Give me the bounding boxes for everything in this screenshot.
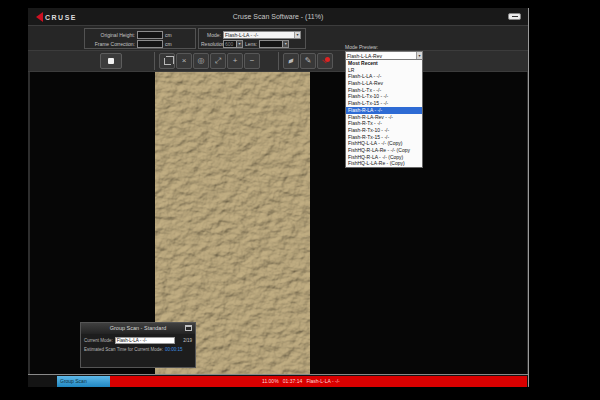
chevron-down-icon[interactable]: ▾	[416, 52, 422, 59]
chevron-down-icon[interactable]: ▾	[236, 41, 242, 47]
restore-icon[interactable]	[185, 325, 192, 331]
center-view-button[interactable]: ◎	[193, 53, 209, 69]
mode-preview-selected: Flash-L-LA-Rev	[347, 53, 382, 59]
dropdown-option[interactable]: FishHQ-R-LA-Re - -/- (Copy	[346, 147, 422, 154]
eraser-icon: ▰	[286, 53, 297, 68]
dropdown-option[interactable]: Flash-R-Tx-15 - -/-	[346, 134, 422, 141]
dropdown-option[interactable]: Flash-R-Tx - -/-	[346, 120, 422, 127]
mode-preview-dropdown-list: Most Recent LR Flash-L-LA - -/- Flash-L-…	[345, 60, 423, 168]
original-height-unit: cm	[165, 32, 172, 38]
dropdown-option[interactable]: Flash-L-Tx-10 - -/-	[346, 93, 422, 100]
dropdown-option[interactable]: Flash-L-Tx-15 - -/-	[346, 100, 422, 107]
original-height-input[interactable]	[137, 31, 163, 39]
group-scan-title: Group Scan - Standard	[110, 325, 167, 331]
scan-time-label: Estimated Scan Time for Current Mode:	[84, 347, 163, 352]
toolbar: × ◎ ⤢ + − ▰ ✎	[28, 51, 528, 72]
toolbar-separator	[278, 52, 279, 70]
mode-preview-label: Mode Preview:	[345, 44, 423, 51]
dropdown-option-highlighted[interactable]: Flash-R-LA - -/-	[346, 107, 422, 114]
window-title: Cruse Scan Software - (11%)	[28, 13, 528, 20]
app-window: CRUSE Cruse Scan Software - (11%) Origin…	[28, 8, 529, 387]
frame-correction-input[interactable]	[137, 40, 163, 48]
fit-view-button[interactable]: ⤢	[210, 53, 226, 69]
screenshot-canvas: CRUSE Cruse Scan Software - (11%) Origin…	[0, 0, 600, 400]
red-pin-icon	[325, 57, 330, 62]
group-scan-title-bar[interactable]: Group Scan - Standard	[81, 323, 195, 334]
dropdown-option[interactable]: Flash-L-LA-Rev	[346, 80, 422, 87]
dropdown-option[interactable]: Flash-R-Tx-10 - -/-	[346, 127, 422, 134]
minimize-button[interactable]	[508, 13, 521, 20]
zoom-out-icon: −	[250, 56, 255, 65]
dropdown-option[interactable]: FishHQ-R-LA - -/- (Copy)	[346, 154, 422, 161]
resolution-value: 600	[225, 41, 233, 47]
crop-icon	[164, 58, 171, 65]
delete-selection-button[interactable]: ×	[176, 53, 192, 69]
current-mode-label: Current Mode:	[84, 338, 113, 343]
dropdown-option[interactable]: FishHQ-L-LA-Re - (Copy)	[346, 160, 422, 167]
resolution-label: Resolution:	[201, 41, 221, 47]
status-bar: Group Scan 11.00% 01:37:14 Flash-L-LA - …	[28, 374, 528, 387]
zoom-out-button[interactable]: −	[244, 53, 260, 69]
status-mode-badge: Group Scan	[57, 376, 110, 387]
mode-combobox[interactable]: Flash-L-LA - -/- ▾	[223, 31, 301, 39]
lens-label: Lens:	[245, 41, 257, 47]
zoom-in-button[interactable]: +	[227, 53, 243, 69]
frame-correction-label: Frame Correction:	[87, 41, 135, 47]
scan-progress-text: 11.00% 01:37:14 Flash-L-LA - -/-	[110, 378, 340, 384]
group-scan-dialog[interactable]: Group Scan - Standard Current Mode: Flas…	[80, 322, 196, 368]
dropdown-option[interactable]: Flash-L-Tx - -/-	[346, 87, 422, 94]
mode-value: Flash-L-LA - -/-	[225, 32, 258, 38]
frame-correction-unit: cm	[165, 41, 172, 47]
control-bar: Original Height: cm Frame Correction: cm…	[28, 26, 528, 51]
stop-icon	[108, 58, 114, 64]
dimensions-groupbox: Original Height: cm Frame Correction: cm	[84, 28, 196, 49]
dropdown-option[interactable]: FishHQ-L-LA - -/- (Copy)	[346, 140, 422, 147]
scan-progress-count: 2/19	[183, 338, 192, 343]
lens-combobox[interactable]: ▾	[259, 40, 289, 48]
toolbar-separator	[154, 52, 155, 70]
zoom-in-icon: +	[233, 56, 238, 65]
mode-preview-combobox[interactable]: Flash-L-LA-Rev ▾	[345, 51, 423, 60]
title-bar: CRUSE Cruse Scan Software - (11%)	[28, 8, 528, 26]
dropdown-option[interactable]: LR	[346, 67, 422, 74]
mode-groupbox: Mode: Flash-L-LA - -/- ▾ Resolution: 600…	[198, 28, 306, 49]
dropdown-option[interactable]: Flash-L-LA - -/-	[346, 73, 422, 80]
chevron-down-icon[interactable]: ▾	[282, 41, 288, 47]
current-mode-input[interactable]: Flash-L-LA - -/-	[115, 337, 175, 344]
fit-icon: ⤢	[215, 56, 221, 65]
annotation-tools-group: ▰ ✎	[283, 53, 333, 69]
minimize-icon	[512, 16, 518, 17]
pen-button[interactable]: ✎	[300, 53, 316, 69]
eraser-button[interactable]: ▰	[283, 53, 299, 69]
chevron-down-icon[interactable]: ▾	[294, 32, 300, 38]
center-icon: ◎	[198, 56, 205, 65]
stop-scan-button[interactable]	[100, 53, 122, 69]
scan-time-value: 00:00:15	[165, 347, 183, 352]
dropdown-option[interactable]: Flash-R-LA-Rev - -/-	[346, 114, 422, 121]
mode-label: Mode:	[201, 32, 221, 38]
original-height-label: Original Height:	[87, 32, 135, 38]
resolution-combobox[interactable]: 600 ▾	[223, 40, 243, 48]
view-tools-group: × ◎ ⤢ + −	[159, 53, 260, 69]
delete-icon: ×	[182, 56, 187, 65]
pen-icon: ✎	[305, 56, 312, 65]
scan-progress-bar: 11.00% 01:37:14 Flash-L-LA - -/-	[110, 376, 527, 387]
group-scan-body: Current Mode: Flash-L-LA - -/- 2/19 Esti…	[81, 334, 195, 356]
crop-button[interactable]	[159, 53, 175, 69]
dropdown-option[interactable]: Most Recent	[346, 60, 422, 67]
marker-button[interactable]	[317, 53, 333, 69]
mode-preview-panel: Mode Preview: Flash-L-LA-Rev ▾ Most Rece…	[345, 44, 423, 168]
